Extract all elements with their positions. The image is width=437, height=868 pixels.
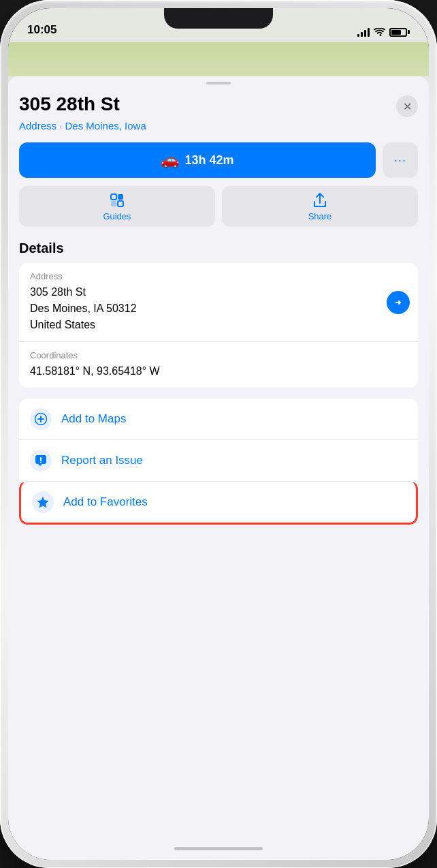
- report-icon: [35, 454, 47, 467]
- address-subtitle: Address · Des Moines, Iowa: [19, 120, 418, 131]
- signal-bars-icon: [357, 27, 370, 37]
- subtitle-prefix: Address ·: [19, 120, 65, 131]
- sheet-header: 305 28th St ✕: [19, 93, 418, 117]
- status-time: 10:05: [27, 23, 56, 37]
- guides-button[interactable]: Guides: [19, 186, 215, 227]
- svg-marker-8: [37, 497, 48, 508]
- battery-fill: [391, 30, 401, 35]
- subtitle-link[interactable]: Des Moines, Iowa: [65, 120, 146, 131]
- phone-frame: 10:05: [0, 0, 437, 868]
- address-detail-row: Address 305 28th St Des Moines, IA 50312…: [19, 263, 418, 341]
- add-to-maps-label: Add to Maps: [61, 412, 126, 426]
- address-line1: 305 28th St: [30, 286, 86, 298]
- more-dots-icon: ···: [394, 154, 406, 166]
- sheet-content: 305 28th St ✕ Address · Des Moines, Iowa…: [8, 93, 429, 538]
- drive-button[interactable]: 🚗 13h 42m: [19, 142, 376, 178]
- coordinates-detail-row: Coordinates 41.58181° N, 93.65418° W: [19, 341, 418, 388]
- coordinates-label: Coordinates: [30, 350, 407, 360]
- add-favorites-label: Add to Favorites: [63, 495, 148, 509]
- status-right: [357, 27, 410, 37]
- share-button[interactable]: Share: [222, 186, 418, 227]
- report-issue-icon-container: [30, 450, 52, 471]
- actions-list-card: Add to Maps: [19, 399, 418, 525]
- signal-bar-3: [364, 30, 366, 37]
- report-issue-label: Report an Issue: [61, 454, 143, 467]
- star-icon: [37, 496, 49, 508]
- address-value: 305 28th St Des Moines, IA 50312 United …: [30, 284, 407, 333]
- place-title: 305 28th St: [19, 93, 120, 116]
- drive-time: 13h 42m: [184, 153, 233, 168]
- svg-rect-3: [118, 201, 123, 206]
- directions-icon: [392, 296, 404, 309]
- details-card: Address 305 28th St Des Moines, IA 50312…: [19, 263, 418, 388]
- map-background: [8, 42, 429, 76]
- add-favorites-icon-container: [32, 491, 54, 513]
- add-to-maps-item[interactable]: Add to Maps: [19, 399, 418, 439]
- address-line2: Des Moines, IA 50312: [30, 303, 137, 314]
- plus-icon: [35, 413, 47, 425]
- svg-point-7: [40, 462, 42, 463]
- bottom-sheet[interactable]: 305 28th St ✕ Address · Des Moines, Iowa…: [8, 76, 429, 837]
- close-icon: ✕: [403, 100, 412, 113]
- screen: 10:05: [8, 8, 429, 860]
- details-section-title: Details: [19, 241, 418, 256]
- guides-icon: [109, 192, 125, 208]
- more-button[interactable]: ···: [383, 142, 418, 178]
- wifi-icon: [374, 28, 385, 37]
- sheet-handle: [206, 82, 231, 84]
- phone-inner: 10:05: [8, 8, 429, 860]
- battery-body: [389, 28, 407, 37]
- guides-label: Guides: [103, 211, 131, 221]
- signal-bar-2: [361, 32, 363, 37]
- report-issue-item[interactable]: Report an Issue: [19, 439, 418, 481]
- svg-rect-2: [111, 201, 116, 206]
- add-to-maps-icon-container: [30, 408, 52, 430]
- battery-icon: [389, 28, 410, 37]
- directions-icon-button[interactable]: [387, 291, 410, 314]
- share-icon: [312, 192, 327, 208]
- primary-action-row: 🚗 13h 42m ···: [19, 142, 418, 178]
- home-indicator: [8, 837, 429, 860]
- svg-rect-0: [111, 194, 116, 200]
- car-icon: 🚗: [161, 151, 179, 169]
- address-line3: United States: [30, 319, 95, 330]
- signal-bar-1: [357, 34, 359, 37]
- close-button[interactable]: ✕: [396, 95, 418, 117]
- add-favorites-item[interactable]: Add to Favorites: [19, 481, 418, 525]
- battery-tip: [408, 30, 410, 34]
- address-label: Address: [30, 271, 407, 281]
- home-bar: [174, 847, 263, 850]
- signal-bar-4: [368, 28, 370, 37]
- svg-rect-1: [118, 194, 123, 200]
- notch: [164, 8, 273, 29]
- secondary-action-row: Guides Share: [19, 186, 418, 227]
- share-label: Share: [308, 211, 332, 221]
- coordinates-value: 41.58181° N, 93.65418° W: [30, 363, 407, 379]
